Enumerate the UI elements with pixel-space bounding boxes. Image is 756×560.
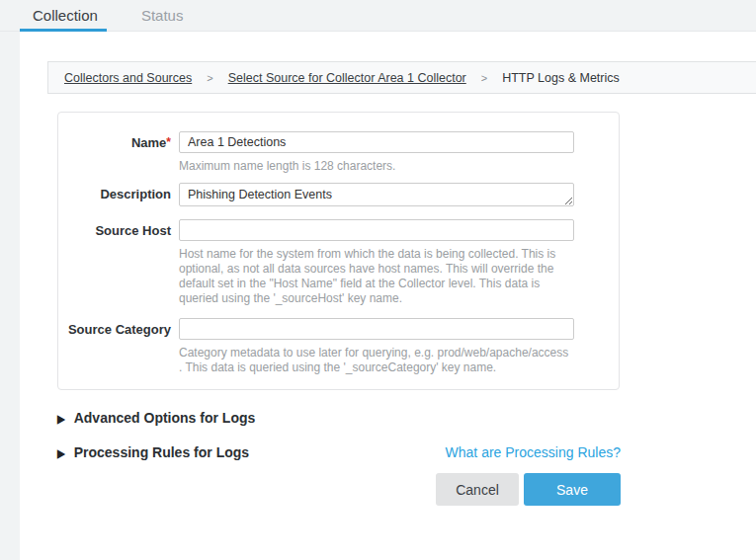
tab-collection[interactable]: Collection (33, 7, 98, 24)
form-actions: Cancel Save (57, 473, 621, 506)
breadcrumb-separator: > (481, 72, 487, 84)
source-host-row: Source Host Host name for the system fro… (58, 219, 619, 306)
cancel-button[interactable]: Cancel (436, 473, 519, 506)
section-processing-rules-label: Processing Rules for Logs (74, 444, 249, 460)
breadcrumb: Collectors and Sources > Select Source f… (47, 61, 756, 94)
source-category-label: Source Category (58, 318, 171, 375)
breadcrumb-link-select-source[interactable]: Select Source for Collector Area 1 Colle… (228, 71, 466, 85)
breadcrumb-link-collectors-and-sources[interactable]: Collectors and Sources (64, 71, 192, 85)
description-row: Description Phishing Detection Events (58, 183, 619, 210)
tab-status[interactable]: Status (141, 7, 184, 24)
description-label: Description (58, 183, 171, 210)
save-button[interactable]: Save (524, 473, 621, 506)
description-input[interactable]: Phishing Detection Events (179, 183, 574, 206)
breadcrumb-current: HTTP Logs & Metrics (502, 71, 620, 85)
name-row: Name* Maximum name length is 128 charact… (58, 131, 619, 174)
source-host-label: Source Host (58, 219, 171, 306)
main-panel: Collectors and Sources > Select Source f… (20, 32, 756, 560)
required-asterisk: * (166, 135, 171, 149)
name-helper-text: Maximum name length is 128 characters. (179, 159, 574, 174)
breadcrumb-separator: > (207, 72, 212, 84)
source-category-input[interactable] (179, 318, 574, 340)
source-config-form: Name* Maximum name length is 128 charact… (57, 112, 620, 390)
processing-rules-help-link[interactable]: What are Processing Rules? (446, 444, 621, 460)
source-host-input[interactable] (179, 219, 574, 241)
top-tab-bar: Collection Status (0, 0, 756, 32)
triangle-right-icon: ▶ (57, 412, 65, 425)
section-processing-rules[interactable]: ▶ Processing Rules for Logs (57, 444, 249, 460)
name-label: Name* (58, 131, 171, 174)
section-advanced-options[interactable]: ▶ Advanced Options for Logs (57, 410, 621, 426)
section-advanced-options-label: Advanced Options for Logs (74, 410, 256, 426)
source-category-helper-text: Category metadata to use later for query… (179, 346, 574, 375)
name-label-text: Name (131, 135, 166, 150)
triangle-right-icon: ▶ (57, 446, 65, 459)
name-input[interactable] (179, 131, 574, 153)
source-host-helper-text: Host name for the system from which the … (179, 247, 574, 306)
source-category-row: Source Category Category metadata to use… (58, 318, 619, 375)
